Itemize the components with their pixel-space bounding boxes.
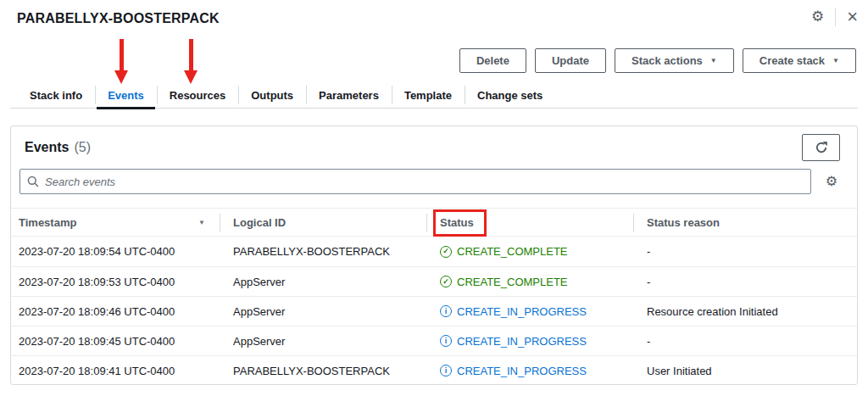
status-icon: i xyxy=(440,365,452,376)
status-label: CREATE_IN_PROGRESS xyxy=(457,335,587,348)
window-controls: ⚙ × xyxy=(811,8,858,26)
gear-icon[interactable]: ⚙ xyxy=(811,8,824,26)
status-reason-cell: - xyxy=(634,335,857,348)
search-icon xyxy=(27,176,39,187)
status-reason-cell: User Initiated xyxy=(634,365,857,377)
status-cell: i CREATE_IN_PROGRESS xyxy=(427,335,634,348)
close-icon[interactable]: × xyxy=(847,8,858,26)
tab-events[interactable]: Events xyxy=(95,82,157,108)
logical-id-cell: AppServer xyxy=(220,335,427,348)
logical-id-cell: PARABELLYX-BOOSTERPACK xyxy=(220,365,427,377)
search-row: ⚙ xyxy=(11,169,857,194)
sort-descending-icon[interactable]: ▼ xyxy=(198,219,205,226)
arrow-head xyxy=(114,70,128,84)
status-label: CREATE_IN_PROGRESS xyxy=(457,365,587,377)
table-row: 2023-07-20 18:09:53 UTC-0400 AppServer ✓… xyxy=(11,266,857,296)
preferences-gear-icon[interactable]: ⚙ xyxy=(826,175,837,188)
stack-actions-toolbar: Delete Update Stack actions ▼ Create sta… xyxy=(459,48,856,73)
column-header-label: Status reason xyxy=(647,216,720,229)
refresh-button[interactable] xyxy=(802,134,840,161)
timestamp-cell: 2023-07-20 18:09:46 UTC-0400 xyxy=(11,305,220,318)
table-header-row: Timestamp ▼ Logical ID Status Status rea… xyxy=(11,208,857,237)
table-row: 2023-07-20 18:09:45 UTC-0400 AppServer i… xyxy=(11,326,857,355)
annotation-arrow-resources xyxy=(184,39,198,84)
caret-down-icon: ▼ xyxy=(832,57,839,64)
tab-bar: Stack infoEventsResourcesOutputsParamete… xyxy=(10,82,858,109)
status-icon: ✓ xyxy=(440,246,452,258)
status-cell: i CREATE_IN_PROGRESS xyxy=(427,365,634,377)
annotation-arrow-events xyxy=(114,39,128,84)
timestamp-cell: 2023-07-20 18:09:41 UTC-0400 xyxy=(11,365,220,377)
column-header-status-reason: Status reason xyxy=(634,209,857,236)
arrow-shaft xyxy=(189,39,193,71)
events-panel-header: Events (5) xyxy=(11,126,857,164)
column-header-label: Logical ID xyxy=(233,216,286,229)
timestamp-cell: 2023-07-20 18:09:45 UTC-0400 xyxy=(11,335,220,348)
status-reason-cell: - xyxy=(634,245,857,258)
status-cell: i CREATE_IN_PROGRESS xyxy=(427,305,634,318)
column-header-timestamp[interactable]: Timestamp ▼ xyxy=(11,209,220,236)
status-reason-cell: - xyxy=(634,276,857,288)
tab-stack-info[interactable]: Stack info xyxy=(17,82,95,108)
stack-actions-button[interactable]: Stack actions ▼ xyxy=(615,48,734,73)
logical-id-cell: AppServer xyxy=(220,276,427,288)
table-row: 2023-07-20 18:09:41 UTC-0400 PARABELLYX-… xyxy=(11,355,857,385)
column-header-status: Status xyxy=(427,209,634,236)
arrow-head xyxy=(184,70,198,84)
table-body: 2023-07-20 18:09:54 UTC-0400 PARABELLYX-… xyxy=(11,237,857,385)
logical-id-cell: PARABELLYX-BOOSTERPACK xyxy=(220,245,427,258)
events-count: (5) xyxy=(74,140,91,155)
stack-actions-button-label: Stack actions xyxy=(632,54,703,67)
search-input[interactable] xyxy=(45,176,804,188)
tab-resources[interactable]: Resources xyxy=(157,82,238,108)
timestamp-cell: 2023-07-20 18:09:54 UTC-0400 xyxy=(11,245,220,258)
update-button[interactable]: Update xyxy=(535,48,606,73)
tab-parameters[interactable]: Parameters xyxy=(306,82,392,108)
status-icon: i xyxy=(440,305,452,317)
column-header-logical-id: Logical ID xyxy=(220,209,427,236)
table-row: 2023-07-20 18:09:54 UTC-0400 PARABELLYX-… xyxy=(11,237,857,266)
status-icon: i xyxy=(440,335,452,347)
status-cell: ✓ CREATE_COMPLETE xyxy=(427,245,634,258)
status-cell: ✓ CREATE_COMPLETE xyxy=(427,276,634,288)
events-title: Events xyxy=(25,140,69,155)
status-label: CREATE_COMPLETE xyxy=(457,245,568,258)
events-heading: Events (5) xyxy=(25,140,91,155)
logical-id-cell: AppServer xyxy=(220,305,427,318)
annotation-box-status xyxy=(433,209,487,237)
create-stack-button-label: Create stack xyxy=(760,54,825,67)
divider xyxy=(835,8,836,26)
caret-down-icon: ▼ xyxy=(710,57,717,64)
refresh-icon xyxy=(815,141,828,154)
page-title: PARABELLYX-BOOSTERPACK xyxy=(17,11,220,26)
table-row: 2023-07-20 18:09:46 UTC-0400 AppServer i… xyxy=(11,296,857,326)
tab-outputs[interactable]: Outputs xyxy=(238,82,306,108)
status-label: CREATE_COMPLETE xyxy=(457,276,568,288)
delete-button[interactable]: Delete xyxy=(459,48,526,73)
delete-button-label: Delete xyxy=(476,54,509,67)
events-panel: Events (5) ⚙ Timestamp ▼ Logical ID xyxy=(10,125,858,385)
search-box xyxy=(19,169,811,194)
status-label: CREATE_IN_PROGRESS xyxy=(457,305,587,318)
create-stack-button[interactable]: Create stack ▼ xyxy=(743,48,856,73)
tab-template[interactable]: Template xyxy=(392,82,465,108)
timestamp-cell: 2023-07-20 18:09:53 UTC-0400 xyxy=(11,276,220,288)
status-reason-cell: Resource creation Initiated xyxy=(634,305,857,318)
arrow-shaft xyxy=(120,39,124,71)
status-icon: ✓ xyxy=(440,276,452,287)
column-header-label: Timestamp xyxy=(19,216,76,229)
update-button-label: Update xyxy=(552,54,589,67)
tab-change-sets[interactable]: Change sets xyxy=(465,82,555,108)
